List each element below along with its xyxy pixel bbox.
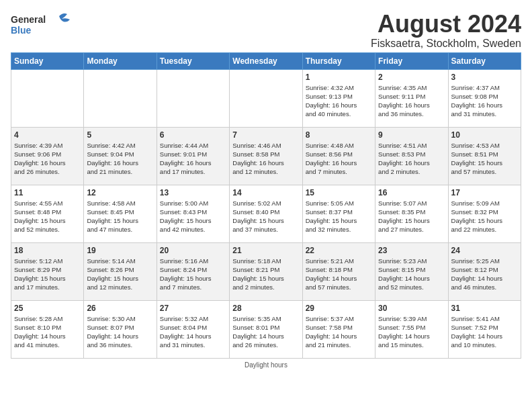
calendar-cell: 24Sunrise: 5:25 AM Sunset: 8:12 PM Dayli… — [448, 242, 521, 300]
day-info: Sunrise: 4:37 AM Sunset: 9:08 PM Dayligh… — [451, 83, 518, 119]
calendar-cell: 10Sunrise: 4:53 AM Sunset: 8:51 PM Dayli… — [448, 127, 521, 185]
day-number: 23 — [378, 246, 445, 255]
day-info: Sunrise: 5:25 AM Sunset: 8:12 PM Dayligh… — [451, 257, 518, 292]
calendar-cell: 28Sunrise: 5:35 AM Sunset: 8:01 PM Dayli… — [230, 300, 302, 358]
day-info: Sunrise: 5:41 AM Sunset: 7:52 PM Dayligh… — [451, 314, 518, 350]
day-number: 10 — [451, 130, 518, 140]
day-number: 24 — [451, 246, 518, 255]
day-info: Sunrise: 4:32 AM Sunset: 9:13 PM Dayligh… — [306, 83, 372, 119]
calendar-cell — [84, 69, 157, 127]
calendar-cell: 16Sunrise: 5:07 AM Sunset: 8:35 PM Dayli… — [375, 185, 448, 242]
weekday-header: Thursday — [302, 52, 375, 69]
day-number: 5 — [87, 130, 153, 140]
calendar-cell — [230, 69, 302, 127]
calendar-week-row: 18Sunrise: 5:12 AM Sunset: 8:29 PM Dayli… — [11, 242, 521, 300]
calendar-cell: 18Sunrise: 5:12 AM Sunset: 8:29 PM Dayli… — [11, 242, 84, 300]
day-number: 28 — [232, 304, 299, 313]
day-number: 17 — [451, 188, 518, 197]
day-number: 18 — [14, 246, 81, 255]
day-info: Sunrise: 5:12 AM Sunset: 8:29 PM Dayligh… — [14, 257, 81, 292]
day-info: Sunrise: 5:28 AM Sunset: 8:10 PM Dayligh… — [14, 314, 81, 350]
day-info: Sunrise: 5:14 AM Sunset: 8:26 PM Dayligh… — [87, 257, 153, 292]
day-number: 12 — [87, 188, 153, 197]
calendar-cell: 22Sunrise: 5:21 AM Sunset: 8:18 PM Dayli… — [302, 242, 375, 300]
day-number: 3 — [451, 73, 518, 82]
day-number: 7 — [232, 130, 299, 140]
day-number: 25 — [14, 304, 81, 313]
day-number: 30 — [378, 304, 445, 313]
calendar-week-row: 25Sunrise: 5:28 AM Sunset: 8:10 PM Dayli… — [11, 300, 521, 358]
calendar-cell: 5Sunrise: 4:42 AM Sunset: 9:04 PM Daylig… — [84, 127, 157, 185]
day-info: Sunrise: 5:09 AM Sunset: 8:32 PM Dayligh… — [451, 199, 518, 234]
weekday-header: Saturday — [448, 52, 521, 69]
day-number: 4 — [14, 130, 81, 140]
calendar-cell: 15Sunrise: 5:05 AM Sunset: 8:37 PM Dayli… — [302, 185, 375, 242]
day-info: Sunrise: 4:44 AM Sunset: 9:01 PM Dayligh… — [160, 141, 226, 177]
calendar-cell: 3Sunrise: 4:37 AM Sunset: 9:08 PM Daylig… — [448, 69, 521, 127]
day-number: 1 — [306, 73, 372, 82]
day-info: Sunrise: 5:37 AM Sunset: 7:58 PM Dayligh… — [306, 314, 372, 350]
calendar-cell: 13Sunrise: 5:00 AM Sunset: 8:43 PM Dayli… — [157, 185, 229, 242]
calendar-table: SundayMondayTuesdayWednesdayThursdayFrid… — [11, 52, 521, 359]
calendar-cell: 21Sunrise: 5:18 AM Sunset: 8:21 PM Dayli… — [230, 242, 302, 300]
calendar-cell: 9Sunrise: 4:51 AM Sunset: 8:53 PM Daylig… — [375, 127, 448, 185]
day-number: 15 — [306, 188, 372, 197]
day-info: Sunrise: 5:23 AM Sunset: 8:15 PM Dayligh… — [378, 257, 445, 292]
day-number: 13 — [160, 188, 226, 197]
day-number: 19 — [87, 246, 153, 255]
calendar-cell: 2Sunrise: 4:35 AM Sunset: 9:11 PM Daylig… — [375, 69, 448, 127]
day-info: Sunrise: 5:18 AM Sunset: 8:21 PM Dayligh… — [232, 257, 299, 292]
calendar-cell: 7Sunrise: 4:46 AM Sunset: 8:58 PM Daylig… — [230, 127, 302, 185]
day-info: Sunrise: 4:48 AM Sunset: 8:56 PM Dayligh… — [306, 141, 372, 177]
month-title: August 2024 — [371, 11, 521, 38]
day-number: 21 — [232, 246, 299, 255]
weekday-header: Friday — [375, 52, 448, 69]
calendar-cell — [11, 69, 84, 127]
day-info: Sunrise: 4:55 AM Sunset: 8:48 PM Dayligh… — [14, 199, 81, 234]
day-info: Sunrise: 5:21 AM Sunset: 8:18 PM Dayligh… — [306, 257, 372, 292]
day-info: Sunrise: 5:35 AM Sunset: 8:01 PM Dayligh… — [232, 314, 299, 350]
day-info: Sunrise: 5:30 AM Sunset: 8:07 PM Dayligh… — [87, 314, 153, 350]
day-info: Sunrise: 4:46 AM Sunset: 8:58 PM Dayligh… — [232, 141, 299, 177]
day-info: Sunrise: 4:51 AM Sunset: 8:53 PM Dayligh… — [378, 141, 445, 177]
day-info: Sunrise: 4:53 AM Sunset: 8:51 PM Dayligh… — [451, 141, 518, 177]
day-number: 9 — [378, 130, 445, 140]
calendar-cell: 30Sunrise: 5:39 AM Sunset: 7:55 PM Dayli… — [375, 300, 448, 358]
day-info: Sunrise: 5:05 AM Sunset: 8:37 PM Dayligh… — [306, 199, 372, 234]
day-info: Sunrise: 5:02 AM Sunset: 8:40 PM Dayligh… — [232, 199, 299, 234]
day-number: 6 — [160, 130, 226, 140]
day-number: 20 — [160, 246, 226, 255]
day-number: 29 — [306, 304, 372, 313]
calendar-cell: 29Sunrise: 5:37 AM Sunset: 7:58 PM Dayli… — [302, 300, 375, 358]
day-info: Sunrise: 5:32 AM Sunset: 8:04 PM Dayligh… — [160, 314, 226, 350]
day-info: Sunrise: 4:42 AM Sunset: 9:04 PM Dayligh… — [87, 141, 153, 177]
title-block: August 2024 Fisksaetra, Stockholm, Swede… — [371, 11, 521, 50]
calendar-cell: 8Sunrise: 4:48 AM Sunset: 8:56 PM Daylig… — [302, 127, 375, 185]
day-info: Sunrise: 4:39 AM Sunset: 9:06 PM Dayligh… — [14, 141, 81, 177]
calendar-cell: 25Sunrise: 5:28 AM Sunset: 8:10 PM Dayli… — [11, 300, 84, 358]
calendar-cell: 26Sunrise: 5:30 AM Sunset: 8:07 PM Dayli… — [84, 300, 157, 358]
calendar-cell: 1Sunrise: 4:32 AM Sunset: 9:13 PM Daylig… — [302, 69, 375, 127]
day-number: 14 — [232, 188, 299, 197]
calendar-cell: 19Sunrise: 5:14 AM Sunset: 8:26 PM Dayli… — [84, 242, 157, 300]
day-number: 8 — [306, 130, 372, 140]
day-info: Sunrise: 5:00 AM Sunset: 8:43 PM Dayligh… — [160, 199, 226, 234]
day-number: 16 — [378, 188, 445, 197]
footer-note: Daylight hours — [11, 361, 521, 369]
weekday-header: Wednesday — [230, 52, 302, 69]
day-info: Sunrise: 4:58 AM Sunset: 8:45 PM Dayligh… — [87, 199, 153, 234]
calendar-cell: 20Sunrise: 5:16 AM Sunset: 8:24 PM Dayli… — [157, 242, 229, 300]
calendar-cell: 31Sunrise: 5:41 AM Sunset: 7:52 PM Dayli… — [448, 300, 521, 358]
day-info: Sunrise: 5:07 AM Sunset: 8:35 PM Dayligh… — [378, 199, 445, 234]
weekday-header: Sunday — [11, 52, 84, 69]
day-number: 26 — [87, 304, 153, 313]
day-info: Sunrise: 5:16 AM Sunset: 8:24 PM Dayligh… — [160, 257, 226, 292]
day-info: Sunrise: 5:39 AM Sunset: 7:55 PM Dayligh… — [378, 314, 445, 350]
calendar-week-row: 4Sunrise: 4:39 AM Sunset: 9:06 PM Daylig… — [11, 127, 521, 185]
weekday-header: Tuesday — [157, 52, 229, 69]
day-number: 27 — [160, 304, 226, 313]
calendar-week-row: 1Sunrise: 4:32 AM Sunset: 9:13 PM Daylig… — [11, 69, 521, 127]
logo: General Blue — [11, 11, 71, 42]
weekday-header: Monday — [84, 52, 157, 69]
calendar-cell: 17Sunrise: 5:09 AM Sunset: 8:32 PM Dayli… — [448, 185, 521, 242]
